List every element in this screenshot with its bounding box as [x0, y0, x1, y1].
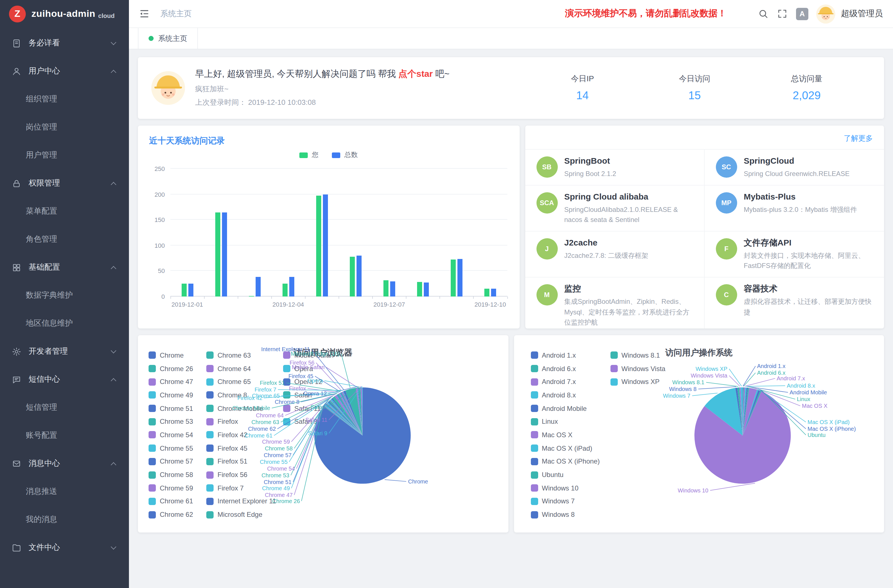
legend-item[interactable]: Chrome 53	[149, 415, 206, 428]
legend-item[interactable]: Chrome 49	[149, 388, 206, 402]
legend-swatch	[531, 511, 538, 518]
sidebar-subitem-3-1[interactable]: 地区信息维护	[0, 310, 129, 337]
pie-slice	[739, 387, 743, 436]
avatar[interactable]	[816, 4, 835, 23]
legend-label: Safari	[294, 391, 312, 399]
sidebar-item-2[interactable]: 权限管理	[0, 169, 129, 197]
legend-item[interactable]: Android 6.x	[531, 362, 610, 375]
sidebar-item-0[interactable]: 务必详看	[0, 29, 129, 57]
legend-item[interactable]: Windows 10	[531, 481, 610, 495]
legend-item[interactable]: Chrome 57	[149, 455, 206, 468]
sidebar-subitem-5-1[interactable]: 账号配置	[0, 421, 129, 450]
legend-item[interactable]: Chrome Mobile	[206, 402, 283, 415]
search-icon[interactable]	[756, 6, 770, 21]
legend-item[interactable]: Chrome 59	[149, 481, 206, 495]
legend-item[interactable]: Chrome 65	[206, 375, 283, 388]
username[interactable]: 超级管理员	[841, 8, 883, 19]
project-title: 容器技术	[744, 283, 873, 294]
pie-slice	[742, 387, 744, 436]
legend-item[interactable]: Android 8.x	[531, 388, 610, 402]
legend-item[interactable]: Android 7.x	[531, 375, 610, 388]
sidebar-item-4[interactable]: 开发者管理	[0, 337, 129, 365]
sidebar-subitem-2-0[interactable]: 菜单配置	[0, 197, 129, 226]
legend-item[interactable]: Firefox 56	[206, 468, 283, 481]
legend-item[interactable]: Mac OS X (iPad)	[531, 442, 610, 455]
tab-system-home[interactable]: 系统主页	[138, 28, 198, 49]
sidebar-item-1[interactable]: 用户中心	[0, 57, 129, 85]
sidebar-item-3[interactable]: 基础配置	[0, 253, 129, 281]
legend-item[interactable]: Safari 11	[283, 402, 334, 415]
legend-item[interactable]: Chrome 61	[149, 495, 206, 508]
sidebar-subitem-3-0[interactable]: 数据字典维护	[0, 281, 129, 310]
legend-item[interactable]: Firefox 51	[206, 455, 283, 468]
legend-item[interactable]: Chrome 47	[149, 375, 206, 388]
learn-more-link[interactable]: 了解更多	[844, 134, 873, 142]
project-cell-5[interactable]: F文件存储API封装文件接口，实现本地存储、阿里云、FastDFS存储的配置化	[705, 232, 884, 277]
legend-item[interactable]: Internet Explorer 11	[206, 495, 283, 508]
sidebar-subitem-1-2[interactable]: 用户管理	[0, 141, 129, 169]
legend-item[interactable]: Android 1.x	[531, 349, 610, 362]
legend-item[interactable]: Chrome 64	[206, 362, 283, 375]
bar-legend-item-0[interactable]: 您	[300, 150, 319, 160]
sidebar-subitem-6-0[interactable]: 消息推送	[0, 478, 129, 505]
legend-item[interactable]: Windows XP	[610, 375, 665, 388]
font-size-icon[interactable]: A	[796, 8, 808, 20]
legend-item[interactable]: Mac OS X	[531, 428, 610, 441]
project-cell-3[interactable]: MPMybatis-PlusMybatis-plus 3.2.0：Mybatis…	[705, 185, 884, 231]
star-link[interactable]: 点个star	[398, 69, 433, 78]
project-cell-4[interactable]: JJ2cacheJ2cache2.7.8: 二级缓存框架	[525, 232, 705, 277]
legend-column: Chrome 63Chrome 64Chrome 65Chrome 8Chrom…	[206, 349, 283, 521]
bar	[491, 289, 496, 296]
fullscreen-icon[interactable]	[775, 6, 789, 21]
sidebar-subitem-5-0[interactable]: 短信管理	[0, 394, 129, 421]
legend-item[interactable]: Mac OS X (iPhone)	[531, 455, 610, 468]
sidebar-subitem-6-1[interactable]: 我的消息	[0, 505, 129, 534]
pie-callout-line	[753, 387, 800, 406]
legend-item[interactable]: Safari 9	[283, 415, 334, 428]
legend-item[interactable]: Opera 12	[283, 375, 334, 388]
project-cell-0[interactable]: SBSpringBootSpring Boot 2.1.2	[525, 150, 705, 185]
collapse-sidebar-icon[interactable]	[139, 8, 151, 20]
legend-item[interactable]: Mobile Safari	[283, 349, 334, 362]
logo[interactable]: Z zuihou-admin cloud	[0, 0, 129, 28]
legend-item[interactable]: Chrome 62	[149, 508, 206, 521]
legend-item[interactable]: Chrome 58	[149, 468, 206, 481]
legend-item[interactable]: Windows 8	[531, 508, 610, 521]
legend-item[interactable]: Chrome	[149, 349, 206, 362]
sidebar-subitem-2-1[interactable]: 角色管理	[0, 226, 129, 253]
legend-item[interactable]: Firefox 7	[206, 481, 283, 495]
legend-item[interactable]: Android Mobile	[531, 402, 610, 415]
legend-item[interactable]: Chrome 55	[149, 442, 206, 455]
sidebar-item-6[interactable]: 消息中心	[0, 450, 129, 478]
legend-item[interactable]: Microsoft Edge	[206, 508, 283, 521]
legend-item[interactable]: Firefox 42	[206, 428, 283, 441]
bar-legend-item-1[interactable]: 总数	[332, 150, 358, 160]
breadcrumb[interactable]: 系统主页	[160, 9, 192, 19]
sidebar-subitem-1-0[interactable]: 组织管理	[0, 85, 129, 113]
legend-item[interactable]: Windows 7	[531, 495, 610, 508]
legend-item[interactable]: Windows 8.1	[610, 349, 665, 362]
project-cell-6[interactable]: M监控集成SpringBootAdmin、Zipkin、Redis、Mysql、…	[525, 277, 705, 328]
legend-item[interactable]: Ubuntu	[531, 468, 610, 481]
legend-item[interactable]: Chrome 51	[149, 402, 206, 415]
legend-item[interactable]: Firefox	[206, 415, 283, 428]
legend-item[interactable]: Firefox 45	[206, 442, 283, 455]
legend-item[interactable]: Chrome 63	[206, 349, 283, 362]
project-cell-2[interactable]: SCASpring Cloud alibabaSpringCloudAlibab…	[525, 185, 705, 231]
project-cell-7[interactable]: C容器技术虚拟化容器技术，让迁移、部署更加方便快捷	[705, 277, 884, 328]
legend-item[interactable]: Linux	[531, 415, 610, 428]
sidebar-item-5[interactable]: 短信中心	[0, 365, 129, 394]
legend-item[interactable]: Chrome 8	[206, 388, 283, 402]
sidebar-subitem-1-1[interactable]: 岗位管理	[0, 113, 129, 141]
chevron-down-icon	[111, 348, 116, 353]
lock-icon	[11, 178, 21, 188]
x-axis-tick	[440, 296, 440, 299]
project-cell-1[interactable]: SCSpringCloudSpring Cloud Greenwich.RELE…	[705, 150, 884, 185]
legend-item[interactable]: Opera	[283, 362, 334, 375]
legend-item[interactable]: Chrome 54	[149, 428, 206, 441]
legend-item[interactable]: Safari	[283, 388, 334, 402]
sidebar-item-7[interactable]: 文件中心	[0, 534, 129, 562]
legend-item[interactable]: Windows Vista	[610, 362, 665, 375]
legend-label: Android 6.x	[542, 365, 576, 373]
legend-item[interactable]: Chrome 26	[149, 362, 206, 375]
